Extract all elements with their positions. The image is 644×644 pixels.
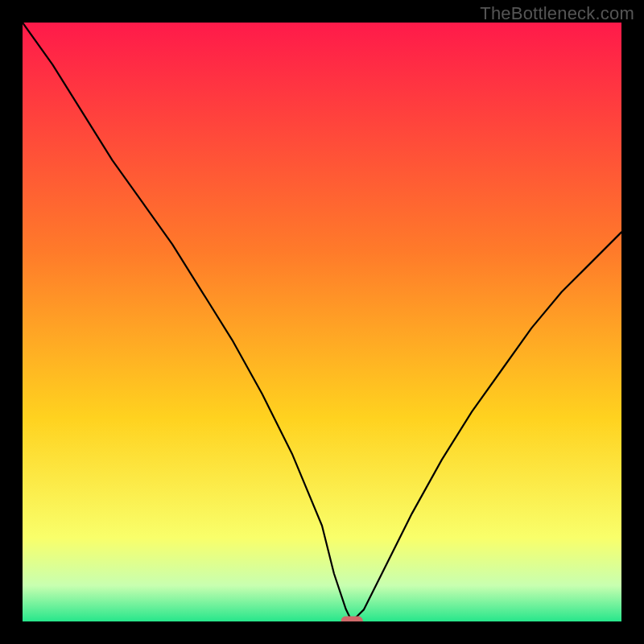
optimal-marker xyxy=(341,617,362,621)
watermark-text: TheBottleneck.com xyxy=(480,3,634,24)
plot-area xyxy=(23,23,621,621)
chart-frame: TheBottleneck.com xyxy=(0,0,644,644)
chart-svg xyxy=(23,23,621,621)
gradient-background xyxy=(23,23,621,621)
